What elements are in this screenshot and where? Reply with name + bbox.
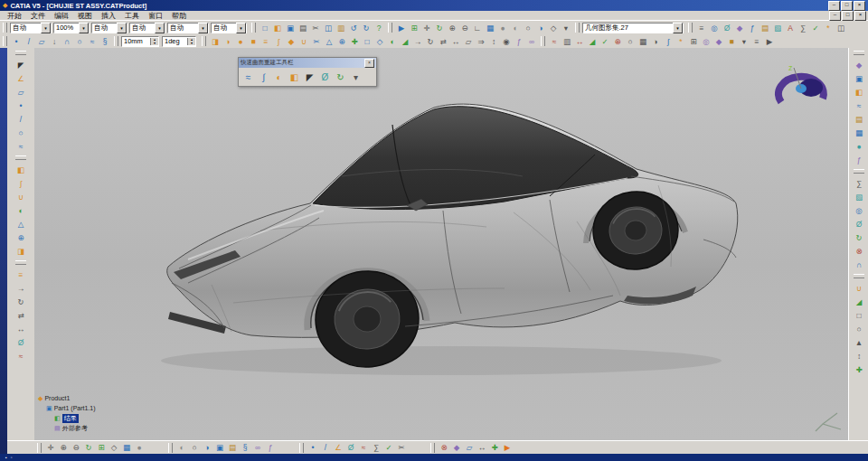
curve-analysis2-icon[interactable]: ≈ [357, 442, 370, 454]
hide-show2-icon[interactable]: ◑ [201, 442, 213, 454]
select-icon[interactable]: ◤ [14, 58, 28, 71]
spline-tool-icon[interactable]: ≈ [14, 139, 28, 153]
zoom-level-combo[interactable]: 100% ▾ [53, 23, 90, 33]
wireframe2-icon[interactable]: ○ [188, 442, 201, 454]
freestyle-icon[interactable]: ≈ [853, 99, 866, 112]
workbench-icon[interactable]: ◆ [853, 58, 866, 71]
isophote-icon[interactable]: ◑ [649, 35, 662, 47]
step-length-field[interactable]: 10mm ▴▾ [121, 36, 159, 47]
point-tool-icon[interactable]: • [14, 99, 28, 112]
shading-edges2-icon[interactable]: ◐ [175, 442, 188, 454]
dropdown-arrow-icon[interactable]: ▾ [79, 23, 89, 33]
car-model[interactable] [125, 68, 767, 402]
layers-icon[interactable]: ▣ [213, 442, 226, 454]
extrude-icon[interactable]: ◨ [209, 35, 222, 47]
offset-icon[interactable]: ≡ [259, 35, 272, 47]
menu-item[interactable]: 编辑 [50, 11, 73, 21]
line-type-combo[interactable]: 自动 ▾ [91, 23, 127, 33]
tree-node-part[interactable]: ▣ Part1 (Part1.1) [46, 403, 96, 413]
floating-toolbar[interactable]: 快速曲面重建工具栏 × ≈∫◐◧◤Ø↻▾ [238, 57, 377, 87]
reflect-line-icon[interactable]: ∫ [662, 35, 675, 47]
highlight-analysis-icon[interactable]: * [675, 35, 687, 47]
tree-node-result[interactable]: ◧ 结果 [54, 413, 96, 423]
rotate-view2-icon[interactable]: ↻ [82, 442, 95, 454]
revolve-icon[interactable]: ◑ [222, 35, 234, 47]
patch-icon[interactable]: ◧ [287, 70, 302, 84]
boundary-icon[interactable]: □ [361, 35, 373, 47]
translate-tool-icon[interactable]: → [14, 281, 28, 295]
sweep-icon[interactable]: ∫ [272, 35, 285, 47]
repeat-icon[interactable]: ∞ [525, 35, 538, 47]
near-icon[interactable]: ◉ [500, 35, 513, 47]
rotate-icon[interactable]: ↻ [424, 35, 437, 47]
menu-item[interactable]: 工具 [120, 11, 144, 21]
knowledge-icon[interactable]: ✓ [809, 22, 822, 33]
maximize-button[interactable]: □ [841, 1, 853, 11]
render-style-combo[interactable]: 自动 ▾ [211, 23, 247, 33]
pan2-icon[interactable]: ✛ [44, 442, 57, 454]
tree-node-external-refs[interactable]: ▤ 外部参考 [54, 423, 96, 433]
delete-icon[interactable]: ⊗ [853, 244, 866, 258]
grid-icon[interactable]: ⊞ [687, 35, 700, 47]
options-icon[interactable]: ≡ [750, 35, 763, 47]
symmetry-icon[interactable]: ⇄ [437, 35, 449, 47]
datum-icon[interactable]: ◆ [733, 22, 746, 33]
redo-icon[interactable]: ↻ [360, 22, 373, 33]
update-icon[interactable]: ↻ [853, 230, 866, 244]
dropdown-arrow-icon[interactable]: ▾ [117, 23, 127, 33]
invert-icon[interactable]: ↕ [487, 35, 500, 47]
rendering-icon[interactable]: ● [853, 139, 866, 153]
cone-icon[interactable]: ▲ [853, 335, 866, 349]
shading2-icon[interactable]: ● [133, 442, 146, 454]
sweep-tool-icon[interactable]: ∫ [14, 176, 28, 190]
section-icon[interactable]: ▱ [463, 442, 476, 454]
sweep-curve-icon[interactable]: ∫ [256, 70, 271, 84]
cylinder-icon[interactable]: ■ [247, 35, 259, 47]
split-icon[interactable]: △ [323, 35, 335, 47]
distance-analysis-icon[interactable]: ↔ [573, 35, 586, 47]
graph-tree-icon[interactable]: ≡ [695, 22, 708, 33]
hide-show-icon[interactable]: ◑ [534, 22, 547, 33]
paste-icon[interactable]: ▥ [335, 22, 347, 33]
spline-icon[interactable]: ≈ [86, 35, 99, 47]
split-tool-icon[interactable]: △ [14, 217, 28, 230]
flip-icon[interactable]: ↕ [853, 349, 866, 362]
circle-icon[interactable]: ○ [73, 35, 86, 47]
snap-angle-icon[interactable]: ∠ [332, 442, 344, 454]
iso-view-icon[interactable]: ◇ [547, 22, 560, 33]
more-tools-icon[interactable]: ▶ [763, 35, 776, 47]
point-symbol-combo[interactable]: 自动 ▾ [167, 23, 209, 33]
material2-icon[interactable]: ▧ [853, 190, 866, 203]
line-icon[interactable]: / [23, 35, 35, 47]
catalog2-icon[interactable]: ▤ [226, 442, 239, 454]
line-color-combo[interactable]: 自动 ▾ [10, 23, 52, 33]
menu-item[interactable]: 开始 [3, 11, 26, 21]
light-icon[interactable]: * [822, 22, 835, 33]
multi-view2-icon[interactable]: ▦ [120, 442, 133, 454]
extrapolate-icon[interactable]: ⇒ [475, 35, 487, 47]
measure-icon[interactable]: Ø [721, 22, 733, 33]
sketch-icon[interactable]: ∠ [14, 71, 28, 85]
copy-icon[interactable]: ◫ [322, 22, 335, 33]
menu-item[interactable]: 窗口 [144, 11, 167, 21]
zoom-in2-icon[interactable]: ⊕ [57, 442, 70, 454]
formula-icon[interactable]: ∑ [853, 176, 866, 190]
healing-icon[interactable]: ✚ [348, 35, 361, 47]
measure2-icon[interactable]: Ø [853, 217, 866, 230]
rotate-view-icon[interactable]: ↻ [433, 22, 446, 33]
draft-analysis-icon[interactable]: ◢ [586, 35, 599, 47]
geometrical-set-combo[interactable]: 几何图形集.27 ▾ [582, 23, 684, 33]
surface-fit-icon[interactable]: ◐ [271, 70, 287, 84]
chamfer2-icon[interactable]: ◢ [853, 295, 866, 308]
menu-item[interactable]: 文件 [26, 11, 50, 21]
catalog-icon[interactable]: ▤ [759, 22, 771, 33]
intersect2-icon[interactable]: ∩ [853, 258, 866, 271]
clash-icon[interactable]: ⊗ [438, 442, 450, 454]
print-icon[interactable]: ▤ [297, 22, 309, 33]
scale-tool-icon[interactable]: ↔ [14, 322, 28, 335]
projection-icon[interactable]: ↓ [48, 35, 61, 47]
dropdown-arrow-icon[interactable]: ▾ [236, 23, 246, 33]
rotate-tool-icon[interactable]: ↻ [14, 295, 28, 308]
dropdown-arrow-icon[interactable]: ▾ [155, 23, 165, 33]
curve-fit-icon[interactable]: ≈ [241, 70, 256, 84]
